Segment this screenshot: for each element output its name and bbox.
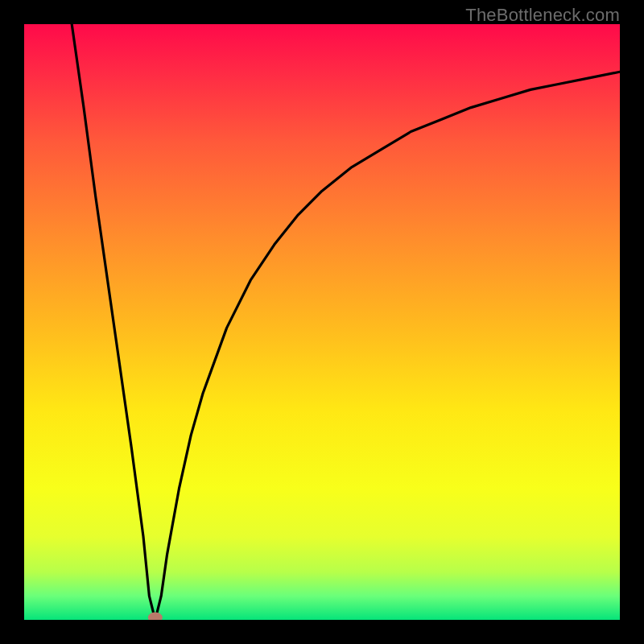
watermark-text: TheBottleneck.com xyxy=(465,5,620,26)
data-curve xyxy=(72,24,620,620)
plot-area xyxy=(24,24,620,620)
chart-frame: TheBottleneck.com xyxy=(0,0,644,644)
minimum-marker xyxy=(148,613,163,621)
chart-svg xyxy=(24,24,620,620)
